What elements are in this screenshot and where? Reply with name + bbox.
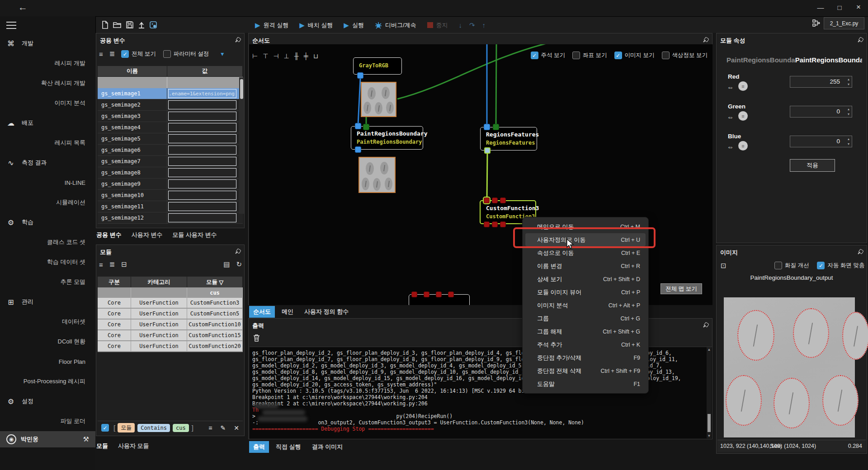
swap-icon[interactable]: ⇔	[727, 113, 734, 121]
table-row[interactable]: gs_semimage5	[98, 133, 243, 145]
pin-icon[interactable]	[703, 323, 708, 328]
value-cell[interactable]	[168, 134, 236, 143]
minimize-button[interactable]: —	[811, 0, 830, 14]
sidebar-item[interactable]: 확산 레시피 개발	[0, 73, 95, 93]
apply-button[interactable]: 적용	[790, 159, 835, 172]
table-row[interactable]: gs_semimage10	[98, 190, 243, 201]
sidebar-item[interactable]: 클래스 코드 셋	[0, 232, 95, 252]
run-button[interactable]: ▶ 배치 실행	[299, 21, 333, 29]
filter-funnel-icon[interactable]: ▽	[219, 279, 223, 286]
table-row[interactable]: gs_semimage8	[98, 167, 243, 179]
module-tab[interactable]: 모듈	[96, 442, 108, 450]
node-paintregionsboundary[interactable]: PaintRegionsBoundary PaintRegionsBoundar…	[351, 126, 423, 150]
pin-icon[interactable]	[235, 249, 240, 254]
table-row[interactable]: gs_semimage4	[98, 122, 243, 133]
pin-icon[interactable]	[703, 38, 708, 43]
flowchart-toggle[interactable]: 주석 보기	[531, 52, 565, 59]
port[interactable]	[363, 124, 369, 130]
filter-menu-icon[interactable]: ≡	[208, 424, 212, 432]
port[interactable]	[448, 291, 454, 297]
spinner[interactable]: ▴▾	[848, 107, 849, 117]
autofit-toggle[interactable]: 자동 화면 맞춤	[817, 262, 864, 269]
swap-icon[interactable]: ⇔	[727, 83, 734, 91]
table-row[interactable]: Core UserFunction CustomFunction15	[98, 330, 243, 341]
align-icon[interactable]: ⊣	[273, 52, 278, 60]
filter-field-tag[interactable]: 모듈	[118, 423, 135, 432]
port[interactable]	[500, 221, 506, 227]
table-row[interactable]: gs_semimage11	[98, 201, 243, 212]
scrollbar[interactable]: ▲ ▼	[707, 347, 712, 438]
menu-item[interactable]: 그룹 해제 Ctrl + Shift + G	[523, 325, 648, 338]
sidebar-item[interactable]: 이미지 분석	[0, 93, 95, 113]
sidebar-item[interactable]: IN-LINE	[0, 173, 95, 193]
menu-item[interactable]: 도움말 F1	[523, 377, 648, 390]
center-tab[interactable]: 메인	[278, 306, 297, 318]
table-row[interactable]: Core UserFunction CustomFunction5	[98, 309, 243, 320]
tools-icon[interactable]: ⚒	[83, 435, 89, 443]
port[interactable]	[484, 124, 490, 130]
table-row[interactable]: gs_semimage9	[98, 179, 243, 190]
save-icon[interactable]	[126, 21, 134, 29]
sidebar-item[interactable]: ⚙ 학습	[0, 212, 95, 232]
value-cell[interactable]: .ename=1&extension=png	[168, 89, 236, 98]
variable-tab[interactable]: 사용자 변수	[132, 231, 163, 239]
port[interactable]	[492, 197, 498, 203]
menu-item[interactable]: 이름 변경 Ctrl + R	[523, 259, 648, 273]
step-out-icon[interactable]: ↑	[482, 21, 486, 29]
grid-view-icon[interactable]: ≣	[109, 50, 115, 58]
value-cell[interactable]	[168, 112, 236, 121]
output-tab[interactable]: 출력	[249, 441, 269, 453]
maximize-button[interactable]: □	[830, 0, 849, 14]
pin-icon[interactable]	[857, 249, 863, 255]
sidebar-item[interactable]: 데이터셋	[0, 312, 95, 332]
chevron-down-icon[interactable]: ▾	[221, 50, 224, 57]
filter-enable-checkbox[interactable]	[101, 424, 109, 432]
table-row[interactable]: gs_semimage6	[98, 145, 243, 156]
step-over-icon[interactable]: ↷	[469, 21, 475, 29]
port[interactable]	[500, 197, 506, 203]
table-row[interactable]: Core UserFunction CustomFunction10	[98, 320, 243, 330]
port[interactable]	[484, 221, 490, 227]
value-input[interactable]: 0 ▴▾	[790, 106, 852, 118]
align-icon[interactable]: ⊥	[284, 52, 289, 60]
port[interactable]	[436, 291, 442, 297]
show-all-checkbox[interactable]	[121, 50, 129, 58]
sidebar-item[interactable]: Floor Plan	[0, 352, 95, 371]
slider-icon[interactable]: ≡	[738, 81, 748, 91]
run-button[interactable]: ▶ 실행	[344, 21, 364, 29]
table-row[interactable]: gs_semimage1 .ename=1&extension=png	[98, 88, 243, 99]
module-tab[interactable]: 사용자 모듈	[118, 442, 149, 450]
output-tab[interactable]: 직접 실행	[272, 441, 305, 453]
port[interactable]	[411, 291, 417, 297]
align-icon[interactable]: ⊤	[263, 52, 268, 60]
filter-op-tag[interactable]: Contains	[137, 424, 170, 432]
editor-file-tab[interactable]: 2_1_Exc.py	[824, 17, 864, 29]
value-input[interactable]: 0 ▴▾	[790, 136, 852, 147]
sidebar-item[interactable]: 레시피 목록	[0, 133, 95, 153]
table-row[interactable]: gs_semimage2	[98, 99, 243, 111]
port[interactable]	[492, 221, 498, 227]
sidebar-item[interactable]: 레시피 개발	[0, 53, 95, 73]
node-image-preview[interactable]	[361, 82, 396, 117]
open-folder-icon[interactable]	[113, 21, 121, 29]
run-button[interactable]: ▶ 원격 실행	[255, 21, 288, 29]
sidebar-item[interactable]: ∿ 측정 결과	[0, 153, 95, 173]
spinner[interactable]: ▴▾	[848, 77, 849, 87]
spinner[interactable]: ▴▾	[848, 136, 849, 146]
align-icon[interactable]: ╪	[304, 52, 308, 60]
filter-value-tag[interactable]: cus	[173, 424, 189, 432]
variable-tab[interactable]: 모듈 사용자 변수	[172, 231, 217, 239]
sidebar-item[interactable]: ⌘ 개발	[0, 33, 95, 53]
menu-item[interactable]: 모듈 이미지 뷰어 Ctrl + P	[523, 286, 648, 299]
clear-filter-icon[interactable]: ✕	[234, 424, 239, 432]
table-row[interactable]: gs_semimage3	[98, 111, 243, 122]
sidebar-item[interactable]: ⚙ 설정	[0, 391, 95, 411]
value-cell[interactable]	[168, 168, 236, 177]
flowchart-toggle[interactable]: 좌표 보기	[572, 52, 607, 59]
center-tab[interactable]: 사용자 정의 함수	[300, 306, 353, 318]
center-tab[interactable]: 순서도	[249, 306, 275, 318]
new-file-icon[interactable]	[101, 21, 109, 29]
menu-item[interactable]: 상세 보기 Ctrl + Shift + D	[523, 273, 648, 286]
upload-icon[interactable]	[137, 21, 146, 29]
menu-item[interactable]: 주석 추가 Ctrl + K	[523, 338, 648, 351]
